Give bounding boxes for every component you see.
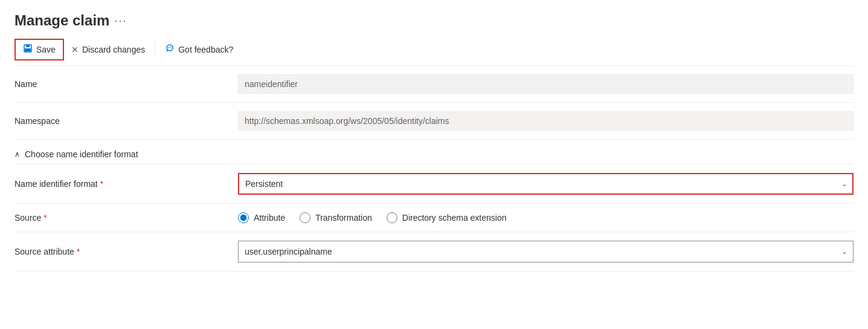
namespace-label: Namespace	[14, 116, 238, 126]
save-button[interactable]: Save	[14, 39, 64, 60]
save-label: Save	[36, 45, 56, 54]
namespace-value-container	[238, 111, 854, 131]
chevron-up-icon: ∧	[14, 150, 20, 158]
toolbar-divider	[155, 42, 155, 57]
source-radio-group: Attribute Transformation Directory schem…	[238, 212, 854, 223]
source-attribute-required-star: *	[77, 247, 80, 256]
section-header-text: Choose name identifier format	[25, 149, 138, 159]
name-identifier-format-row: Name identifier format * Persistent Tran…	[14, 164, 854, 204]
page-title-row: Manage claim ···	[14, 12, 854, 29]
source-row: Source * Attribute Transformation Direc	[14, 204, 854, 232]
source-radio-transformation[interactable]: Transformation	[300, 212, 372, 223]
feedback-icon	[165, 44, 175, 56]
radio-directory-input[interactable]	[387, 212, 397, 223]
svg-rect-1	[26, 45, 30, 47]
page-container: Manage claim ··· Save ✕ Discard changes	[0, 0, 868, 286]
radio-attribute-input[interactable]	[238, 212, 249, 223]
radio-transformation-input[interactable]	[300, 212, 310, 223]
name-input[interactable]	[238, 74, 854, 94]
name-label: Name	[14, 79, 238, 89]
source-attribute-label: Source attribute *	[14, 247, 238, 256]
name-identifier-format-label: Name identifier format *	[14, 179, 238, 189]
source-attribute-value-container: user.userprincipalname user.mail user.di…	[238, 241, 854, 262]
source-label: Source *	[14, 213, 238, 223]
discard-icon: ✕	[71, 45, 79, 54]
source-radio-group-container: Attribute Transformation Directory schem…	[238, 212, 854, 223]
radio-directory-label: Directory schema extension	[402, 213, 507, 223]
source-attribute-select[interactable]: user.userprincipalname user.mail user.di…	[238, 241, 854, 262]
svg-point-6	[170, 47, 172, 48]
discard-button[interactable]: ✕ Discard changes	[64, 41, 152, 58]
section-header-row[interactable]: ∧ Choose name identifier format	[14, 140, 854, 164]
ellipsis-menu-icon[interactable]: ···	[114, 15, 127, 27]
source-required-star: *	[43, 213, 47, 223]
feedback-label: Got feedback?	[178, 45, 233, 54]
name-identifier-format-select[interactable]: Persistent Transient Email Address Unspe…	[238, 173, 854, 195]
toolbar: Save ✕ Discard changes Got feedback?	[14, 39, 854, 66]
radio-attribute-label: Attribute	[254, 213, 285, 223]
svg-point-4	[168, 47, 169, 48]
name-identifier-format-select-wrapper: Persistent Transient Email Address Unspe…	[238, 173, 854, 195]
svg-point-5	[169, 47, 170, 48]
name-value-container	[238, 74, 854, 94]
radio-transformation-label: Transformation	[315, 213, 372, 223]
namespace-input[interactable]	[238, 111, 854, 131]
feedback-button[interactable]: Got feedback?	[158, 40, 240, 59]
svg-rect-2	[25, 48, 31, 51]
page-title: Manage claim	[14, 12, 109, 29]
form-section: Name Namespace ∧ Choose name identifier …	[14, 66, 854, 272]
required-star: *	[100, 179, 103, 189]
discard-label: Discard changes	[82, 45, 145, 54]
name-row: Name	[14, 66, 854, 103]
save-icon	[23, 44, 33, 56]
source-radio-directory[interactable]: Directory schema extension	[387, 212, 507, 223]
source-attribute-select-wrapper: user.userprincipalname user.mail user.di…	[238, 241, 854, 262]
source-radio-attribute[interactable]: Attribute	[238, 212, 285, 223]
namespace-row: Namespace	[14, 103, 854, 140]
name-identifier-format-value-container: Persistent Transient Email Address Unspe…	[238, 173, 854, 195]
source-attribute-row: Source attribute * user.userprincipalnam…	[14, 232, 854, 272]
